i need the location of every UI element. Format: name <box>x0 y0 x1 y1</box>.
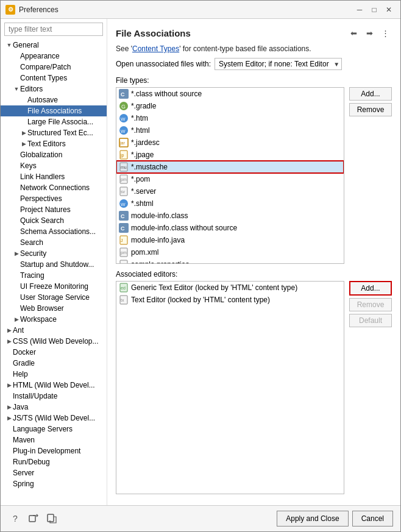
sidebar-label-network: Network Connections <box>20 183 90 192</box>
assoc-editor-item[interactable]: ed Generic Text Editor (locked by 'HTML'… <box>116 282 344 294</box>
open-unassoc-label: Open unassociated files with: <box>116 60 211 68</box>
properties-icon: pr <box>119 260 129 264</box>
sidebar-item-file-associations[interactable]: File Associations <box>1 105 107 116</box>
sidebar-item-compare-patch[interactable]: Compare/Patch <box>1 62 107 73</box>
sidebar-item-server[interactable]: Server <box>1 467 107 478</box>
forward-button[interactable]: ➡ <box>363 26 376 40</box>
sidebar-item-keys[interactable]: Keys <box>1 160 107 171</box>
list-item[interactable]: pm *.pom <box>116 173 344 185</box>
sidebar-item-web-browser[interactable]: Web Browser <box>1 303 107 314</box>
close-button[interactable]: ✕ <box>382 3 396 16</box>
list-item[interactable]: pm pom.xml <box>116 246 344 258</box>
sidebar-item-css[interactable]: ▶ CSS (Wild Web Develop... <box>1 336 107 347</box>
list-item[interactable]: W *.html <box>116 124 344 137</box>
sidebar-item-workspace[interactable]: ▶ Workspace <box>1 314 107 325</box>
sidebar-item-tracing[interactable]: Tracing <box>1 270 107 281</box>
list-item[interactable]: pr sample.properties <box>116 258 344 264</box>
sidebar-item-java[interactable]: ▶ Java <box>1 402 107 413</box>
sidebar-item-link-handlers[interactable]: Link Handlers <box>1 171 107 182</box>
open-unassoc-dropdown[interactable]: System Editor; if none: Text Editor <box>215 58 342 70</box>
sidebar-item-autosave[interactable]: Autosave <box>1 94 107 105</box>
apply-close-button[interactable]: Apply and Close <box>277 511 348 527</box>
restore-defaults-button[interactable] <box>26 511 41 526</box>
list-item[interactable]: jp *.jpage <box>116 149 344 161</box>
sidebar-item-gradle[interactable]: Gradle <box>1 358 107 369</box>
list-item[interactable]: C module-info.class without source <box>116 222 344 234</box>
sidebar-item-help[interactable]: Help <box>1 369 107 380</box>
export-button[interactable] <box>44 511 59 526</box>
editor-icon: tx <box>119 295 129 305</box>
svg-text:sv: sv <box>121 190 126 194</box>
sidebar-item-maven[interactable]: Maven <box>1 434 107 445</box>
assoc-remove-button[interactable]: Remove <box>349 298 392 311</box>
maximize-button[interactable]: □ <box>367 3 381 16</box>
sidebar-item-js-ts[interactable]: ▶ JS/TS (Wild Web Devel... <box>1 413 107 424</box>
sidebar-item-spring[interactable]: Spring <box>1 478 107 489</box>
cancel-button[interactable]: Cancel <box>352 511 393 527</box>
sidebar-item-structured-text[interactable]: ▶ Structured Text Ec... <box>1 127 107 138</box>
sidebar-item-schema[interactable]: Schema Associations... <box>1 226 107 237</box>
file-type-label: *.shtml <box>131 199 154 208</box>
sidebar-item-globalization[interactable]: Globalization <box>1 149 107 160</box>
sidebar-item-appearance[interactable]: Appearance <box>1 51 107 62</box>
open-unassoc-row: Open unassociated files with: System Edi… <box>116 58 392 70</box>
list-item[interactable]: J module-info.java <box>116 234 344 246</box>
file-types-remove-button[interactable]: Remove <box>349 103 392 116</box>
menu-button[interactable]: ⋮ <box>378 26 392 40</box>
sidebar-item-text-editors[interactable]: ▶ Text Editors <box>1 138 107 149</box>
sidebar-item-search[interactable]: Search <box>1 237 107 248</box>
sidebar-item-network[interactable]: Network Connections <box>1 182 107 193</box>
list-item[interactable]: G *.gradle <box>116 100 344 112</box>
sidebar-item-docker[interactable]: Docker <box>1 347 107 358</box>
sidebar-item-security[interactable]: ▶ Security <box>1 248 107 259</box>
sidebar-item-ant[interactable]: ▶ Ant <box>1 325 107 336</box>
list-item[interactable]: C *.class without source <box>116 88 344 100</box>
assoc-editors-list[interactable]: ed Generic Text Editor (locked by 'HTML'… <box>116 281 344 494</box>
spacer <box>5 469 13 477</box>
back-button[interactable]: ⬅ <box>347 26 360 40</box>
spacer <box>20 107 27 115</box>
pom-xml-icon: pm <box>119 247 129 257</box>
sidebar-item-perspectives[interactable]: Perspectives <box>1 193 107 204</box>
sidebar-item-content-types[interactable]: Content Types <box>1 73 107 83</box>
file-types-section: C *.class without source G *.gradle <box>116 87 392 264</box>
list-item[interactable]: W *.shtml <box>116 197 344 210</box>
list-item[interactable]: sv *.server <box>116 185 344 197</box>
sidebar-item-user-storage[interactable]: User Storage Service <box>1 292 107 303</box>
sidebar-label-run-debug: Run/Debug <box>13 458 50 466</box>
list-item[interactable]: W *.htm <box>116 112 344 124</box>
file-type-label: *.jardesc <box>131 138 160 147</box>
content-types-link[interactable]: Content Types <box>132 44 179 53</box>
assoc-editor-item[interactable]: tx Text Editor (locked by 'HTML' content… <box>116 294 344 306</box>
sidebar-item-project-natures[interactable]: Project Natures <box>1 204 107 215</box>
sidebar-item-quick-search[interactable]: Quick Search <box>1 215 107 226</box>
file-types-add-button[interactable]: Add... <box>349 87 392 101</box>
assoc-editor-label: Text Editor (locked by 'HTML' content ty… <box>131 296 270 304</box>
sidebar-item-editors[interactable]: ▼ Editors <box>1 83 107 94</box>
help-button[interactable]: ? <box>8 511 23 526</box>
list-item[interactable]: jar *.jardesc <box>116 137 344 149</box>
filter-input[interactable] <box>4 23 103 36</box>
sidebar-item-large-file[interactable]: Large File Associa... <box>1 116 107 127</box>
assoc-default-button[interactable]: Default <box>349 314 392 327</box>
svg-text:tx: tx <box>121 298 124 302</box>
chevron-right-icon: ▶ <box>5 414 13 422</box>
assoc-add-button[interactable]: Add... <box>349 281 392 296</box>
sidebar-item-plugin-dev[interactable]: Plug-in Development <box>1 445 107 456</box>
sidebar-item-language-servers[interactable]: Language Servers <box>1 424 107 434</box>
sidebar-item-run-debug[interactable]: Run/Debug <box>1 456 107 467</box>
spacer <box>5 392 13 400</box>
spacer <box>5 447 13 455</box>
sidebar-item-startup[interactable]: Startup and Shutdow... <box>1 259 107 270</box>
list-item[interactable]: C module-info.class <box>116 210 344 222</box>
list-item-mustache[interactable]: mu *.mustache <box>116 161 344 173</box>
file-types-list[interactable]: C *.class without source G *.gradle <box>116 87 344 264</box>
window-controls: ─ □ ✕ <box>353 3 396 16</box>
sidebar-item-install-update[interactable]: Install/Update <box>1 391 107 402</box>
minimize-button[interactable]: ─ <box>353 3 366 16</box>
sidebar-item-ui-freeze[interactable]: UI Freeze Monitoring <box>1 281 107 292</box>
sidebar-item-html-wild[interactable]: ▶ HTML (Wild Web Devel... <box>1 380 107 391</box>
chevron-right-icon: ▶ <box>20 140 27 147</box>
panel-title: File Associations <box>116 28 191 38</box>
sidebar-item-general[interactable]: ▼ General <box>1 40 107 51</box>
